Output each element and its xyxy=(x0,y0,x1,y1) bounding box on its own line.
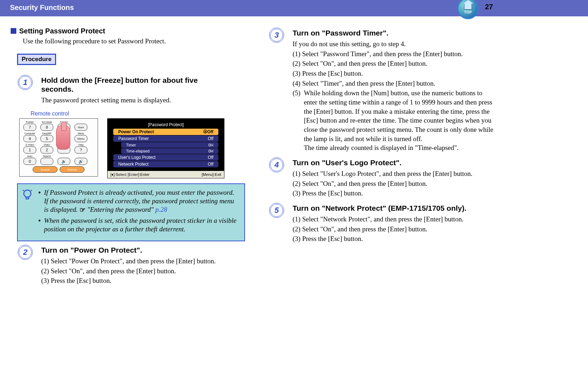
step-4-title: Turn on "User's Logo Protect". xyxy=(293,158,496,167)
step-3: 3 Turn on "Password Timer". If you do no… xyxy=(267,28,496,152)
tip-box: If Password Protect is already activated… xyxy=(17,183,245,241)
menu-row-power-on-protect: Power On Protect⦿Off xyxy=(113,129,218,135)
step-5-sub-1: (1) Select "Network Protect", and then p… xyxy=(293,215,496,224)
right-column: 3 Turn on "Password Timer". If you do no… xyxy=(262,27,496,291)
top-home-badge[interactable]: TOP xyxy=(457,0,479,19)
remote-volume-button: Volume xyxy=(60,166,85,173)
step-5-sub-3: (3) Press the [Esc] button. xyxy=(293,234,496,243)
step-5-title: Turn on "Network Protect" (EMP-1715/1705… xyxy=(293,204,496,213)
remote-label-help: Help xyxy=(78,144,83,146)
header-bar: Security Functions TOP 27 xyxy=(0,0,588,16)
step-4-sub-1: (1) Select "User's Logo Protect", and th… xyxy=(293,169,496,178)
step-3-sub-5: (5) While holding down the [Num] button,… xyxy=(293,88,496,152)
step-4-sub-3: (3) Press the [Esc] button. xyxy=(293,189,496,198)
tip-1-line2b: "Entering the password" xyxy=(86,206,156,213)
step-2: 2 Turn on "Power On Protect". (1) Select… xyxy=(16,246,245,285)
step-3-sub-3: (3) Press the [Esc] button. xyxy=(293,69,496,78)
page-body: Setting Password Protect Use the followi… xyxy=(0,16,588,302)
remote-key-1: 1 xyxy=(23,146,36,154)
page-number: 27 xyxy=(481,3,496,11)
step-1-body: The password protect setting menu is dis… xyxy=(41,96,245,105)
section-intro: Use the following procedure to set Passw… xyxy=(23,37,245,45)
step-1-title-line1: Hold down the [Freeze] button for about … xyxy=(41,76,198,84)
svg-point-0 xyxy=(24,190,31,197)
remote-key-search xyxy=(40,158,53,165)
remote-key-8: 8 xyxy=(40,124,53,131)
step-4: 4 Turn on "User's Logo Protect". (1) Sel… xyxy=(267,158,496,198)
step-3-sub-5-text: While holding down the [Num] button, use… xyxy=(304,88,496,152)
finger-press-icon xyxy=(56,125,70,150)
step-5-body: (1) Select "Network Protect", and then p… xyxy=(293,215,496,243)
procedure-label: Procedure xyxy=(17,54,56,65)
step-1-title-line2: seconds. xyxy=(41,85,74,93)
remote-label-easymp: EasyMP xyxy=(42,132,51,135)
remote-label-svideo: S-Video xyxy=(26,144,34,146)
tip-item-1: If Password Protect is already activated… xyxy=(38,188,240,214)
menu-row-timer: Timer0H xyxy=(121,142,218,148)
step-1-badge: 1 xyxy=(18,75,33,90)
step-2-sub-1: (1) Select "Power On Protect", and then … xyxy=(41,257,245,266)
remote-source-button: Source xyxy=(33,166,58,173)
left-column: Setting Password Protect Use the followi… xyxy=(11,27,245,291)
remote-key-help: ? xyxy=(75,146,87,154)
step-2-body: (1) Select "Power On Protect", and then … xyxy=(41,257,245,285)
step-1: 1 Hold down the [Freeze] button for abou… xyxy=(16,76,245,105)
step-5-sub-2: (2) Select "On", and then press the [Ent… xyxy=(293,225,496,234)
section-heading: Setting Password Protect xyxy=(11,27,245,35)
home-icon xyxy=(464,3,472,10)
step-3-sub-5-num: (5) xyxy=(293,88,304,152)
step-5-badge: 5 xyxy=(269,203,284,218)
header-title: Security Functions xyxy=(10,4,74,11)
tip-item-2: When the password is set, stick the pass… xyxy=(38,216,240,233)
remote-label-avmute: A/V Mute xyxy=(42,121,52,123)
remote-label-video: Video xyxy=(44,144,50,146)
step-3-badge: 3 xyxy=(269,28,284,43)
menu-row-users-logo-protect: User's Logo ProtectOff xyxy=(113,154,218,161)
menu-row-network-protect: Network ProtectOff xyxy=(113,161,218,167)
remote-label-computer: Computer xyxy=(24,132,36,135)
step-3-sub-4: (4) Select "Timer", and then press the [… xyxy=(293,79,496,88)
step-4-body: (1) Select "User's Logo Protect", and th… xyxy=(293,169,496,198)
step-3-sub-5-tail: The time already counted is displayed in… xyxy=(304,144,459,151)
remote-control-image: Pointer7 A/V Mute8 Freeze9 Num Computer4… xyxy=(19,118,98,177)
menu-row-password-timer: Password TimerOff xyxy=(113,135,218,142)
step-2-badge: 2 xyxy=(18,245,33,260)
step-5: 5 Turn on "Network Protect" (EMP-1715/17… xyxy=(267,204,496,243)
remote-key-voldn: 🔉 xyxy=(58,158,70,165)
remote-label-auto: Auto xyxy=(27,155,32,157)
menu-row-time-elapsed: Time-elapsed0H xyxy=(121,148,218,154)
remote-control-label: Remote control xyxy=(31,111,245,117)
top-badge-label: TOP xyxy=(464,10,472,14)
lightbulb-icon xyxy=(22,189,33,203)
step-1-title: Hold down the [Freeze] button for about … xyxy=(41,76,245,93)
remote-key-num: Num xyxy=(75,124,87,131)
remote-label-menu: Menu xyxy=(78,132,84,135)
step-2-title: Turn on "Power On Protect". xyxy=(41,246,245,254)
remote-key-4: 4 xyxy=(23,135,36,142)
step-3-body: If you do not use this setting, go to st… xyxy=(293,39,496,152)
menu-footer-left: [♦]:Select [Enter]:Enter xyxy=(110,172,149,177)
tip-1-line1: If Password Protect is already activated… xyxy=(44,189,234,196)
step-4-sub-2: (2) Select "On", and then press the [Ent… xyxy=(293,179,496,188)
remote-key-0: 0 xyxy=(23,158,36,165)
heading-bullet-icon xyxy=(11,28,16,34)
step-1-images: Pointer7 A/V Mute8 Freeze9 Num Computer4… xyxy=(19,118,245,178)
step-2-sub-3: (3) Press the [Esc] button. xyxy=(41,276,245,285)
step-4-badge: 4 xyxy=(269,157,284,172)
remote-label-search: Search xyxy=(43,155,51,157)
menu-title: [Password Protect] xyxy=(113,122,218,127)
pointer-hand-icon: ☞ xyxy=(80,206,86,214)
remote-key-volup: 🔊 xyxy=(75,158,87,165)
remote-label-pointer: Pointer xyxy=(26,121,34,123)
step-2-sub-2: (2) Select "On", and then press the [Ent… xyxy=(41,267,245,276)
remote-key-7: 7 xyxy=(23,124,36,131)
remote-key-menu: Menu xyxy=(75,135,87,142)
step-3-title: Turn on "Password Timer". xyxy=(293,28,496,37)
step-3-sub-1: (1) Select "Password Timer", and then pr… xyxy=(293,49,496,59)
remote-key-5: 5 xyxy=(40,135,53,142)
link-entering-password[interactable]: p.28 xyxy=(156,206,167,213)
menu-footer-right: [Menu]:Exit xyxy=(202,172,221,177)
step-3-sub-2: (2) Select "On", and then press the [Ent… xyxy=(293,59,496,68)
password-protect-menu-screenshot: [Password Protect] Power On Protect⦿Off … xyxy=(107,118,224,178)
remote-key-2: 2 xyxy=(40,146,53,154)
